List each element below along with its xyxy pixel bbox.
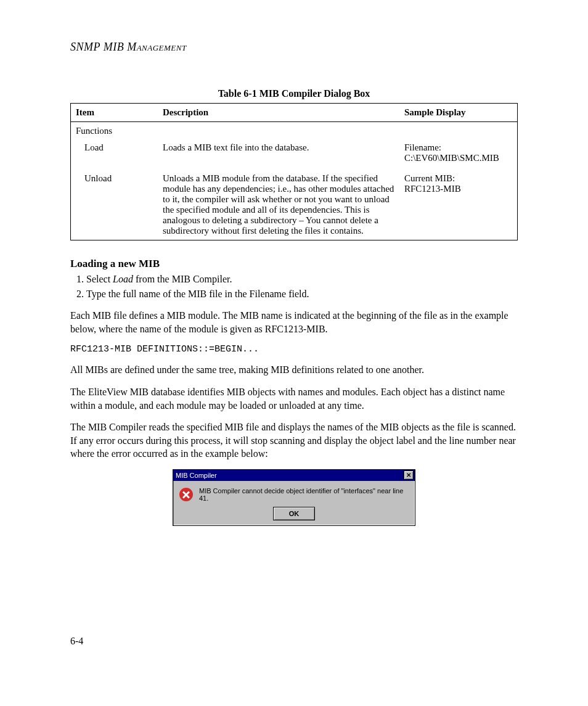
list-item: Type the full name of the MIB file in th… xyxy=(86,287,518,301)
cell-desc xyxy=(158,122,399,141)
cell-sample: Current MIB: RFC1213-MIB xyxy=(399,170,518,240)
body-paragraph: The EliteView MIB database identifies MI… xyxy=(70,385,518,412)
sample-line: C:\EV60\MIB\SMC.MIB xyxy=(404,153,512,163)
cell-desc: Unloads a MIB module from the database. … xyxy=(158,170,399,240)
cell-sample xyxy=(399,122,518,141)
table-row: Functions xyxy=(71,122,518,141)
body-paragraph: Each MIB file defines a MIB module. The … xyxy=(70,309,518,335)
table-row: Unload Unloads a MIB module from the dat… xyxy=(71,170,518,240)
cell-item: Load xyxy=(71,140,158,170)
table-caption: Table 6-1 MIB Compiler Dialog Box xyxy=(70,88,518,99)
dialog-title: MIB Compiler xyxy=(176,472,217,479)
step-emphasis: Load xyxy=(113,274,133,284)
error-dialog: MIB Compiler ✕ MIB Compiler cannot decid… xyxy=(173,469,415,526)
col-item: Item xyxy=(71,104,158,122)
col-description: Description xyxy=(158,104,399,122)
step-text: Select xyxy=(86,274,113,284)
list-item: Select Load from the MIB Compiler. xyxy=(86,273,518,286)
ok-button[interactable]: OK xyxy=(273,507,315,520)
cell-sample: Filename: C:\EV60\MIB\SMC.MIB xyxy=(399,140,518,170)
section-heading: Loading a new MIB xyxy=(70,258,518,270)
running-header: SNMP MIB Management xyxy=(70,41,518,54)
code-sample: RFC1213-MIB DEFINITIONS::=BEGIN... xyxy=(70,344,518,355)
body-paragraph: All MIBs are defined under the same tree… xyxy=(70,363,518,377)
table-row: Load Loads a MIB text file into the data… xyxy=(71,140,518,170)
dialog-message: MIB Compiler cannot decide object identi… xyxy=(199,487,409,502)
sample-line: Current MIB: xyxy=(404,173,512,184)
close-icon[interactable]: ✕ xyxy=(404,470,414,480)
page-number: 6-4 xyxy=(70,636,83,647)
table-header-row: Item Description Sample Display xyxy=(71,104,518,122)
cell-desc: Loads a MIB text file into the database. xyxy=(158,140,399,170)
cell-item: Functions xyxy=(71,122,158,141)
cell-item: Unload xyxy=(71,170,158,240)
step-text: from the MIB Compiler. xyxy=(133,274,232,284)
dialog-titlebar: MIB Compiler ✕ xyxy=(173,470,415,481)
running-header-text: SNMP MIB Management xyxy=(70,41,187,53)
col-sample: Sample Display xyxy=(399,104,518,122)
mib-compiler-table: Item Description Sample Display Function… xyxy=(70,103,518,240)
body-paragraph: The MIB Compiler reads the specified MIB… xyxy=(70,421,518,461)
steps-list: Select Load from the MIB Compiler. Type … xyxy=(70,273,518,300)
error-icon xyxy=(179,488,193,501)
sample-line: RFC1213-MIB xyxy=(404,184,512,194)
sample-line: Filename: xyxy=(404,142,512,153)
